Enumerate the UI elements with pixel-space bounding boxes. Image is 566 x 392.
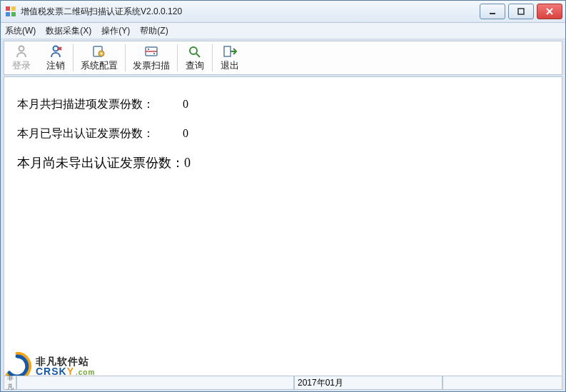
stat-pending-label: 本月尚未导出认证发票份数： [17, 156, 184, 170]
svg-rect-21 [224, 46, 231, 56]
app-window: 增值税发票二维码扫描认证系统V2.0.0.120 系统(W) 数据采集(X) 操… [0, 0, 566, 392]
svg-rect-5 [518, 9, 524, 14]
logout-button[interactable]: 注销 [39, 41, 73, 74]
svg-rect-2 [6, 12, 10, 16]
stat-pending: 本月尚未导出认证发票份数：0 [17, 156, 549, 171]
menubar: 系统(W) 数据采集(X) 操作(Y) 帮助(Z) [1, 23, 565, 39]
status-empty-2 [443, 376, 562, 390]
svg-rect-1 [11, 6, 16, 11]
login-button[interactable]: 登录 [4, 41, 39, 74]
svg-rect-17 [148, 49, 149, 50]
watermark-cn: 非凡软件站 [36, 356, 95, 366]
stat-pending-value: 0 [184, 156, 191, 170]
minimize-icon [488, 7, 497, 16]
titlebar: 增值税发票二维码扫描认证系统V2.0.0.120 [1, 1, 565, 23]
scan-button[interactable]: 发票扫描 [126, 41, 177, 74]
query-button[interactable]: 查询 [178, 41, 212, 74]
stat-scanned: 本月共扫描进项发票份数： 0 [17, 97, 549, 111]
watermark-en: CRSKY.com [36, 366, 95, 376]
maximize-icon [517, 7, 525, 16]
watermark-logo: 非凡软件站 CRSKY.com [4, 352, 95, 378]
login-label: 登录 [12, 60, 31, 71]
status-period: 2017年01月 [294, 376, 443, 390]
minimize-button[interactable] [480, 4, 505, 19]
scan-icon [144, 44, 158, 59]
config-label: 系统配置 [81, 60, 118, 71]
login-icon [14, 44, 29, 59]
window-title: 增值税发票二维码扫描认证系统V2.0.0.120 [21, 6, 182, 18]
svg-point-19 [190, 47, 197, 54]
search-icon [188, 44, 202, 59]
svg-point-9 [54, 46, 59, 51]
status-grip: 非凡 [4, 376, 16, 390]
toolbar: 登录 注销 系统配置 发票扫描 [4, 41, 562, 75]
svg-point-14 [101, 53, 103, 55]
stat-scanned-label: 本月共扫描进项发票份数： [17, 97, 183, 111]
exit-button[interactable]: 退出 [213, 41, 247, 74]
menu-system[interactable]: 系统(W) [5, 25, 36, 37]
query-label: 查询 [186, 60, 204, 71]
stat-exported-label: 本月已导出认证发票份数： [17, 126, 183, 140]
svg-point-8 [19, 46, 24, 51]
menu-operate[interactable]: 操作(Y) [101, 25, 130, 37]
stat-exported: 本月已导出认证发票份数： 0 [17, 126, 549, 140]
logout-label: 注销 [46, 60, 65, 71]
svg-line-20 [196, 54, 200, 57]
exit-label: 退出 [221, 60, 239, 71]
svg-rect-18 [153, 53, 155, 54]
window-controls [480, 4, 562, 19]
exit-icon [223, 44, 237, 59]
logout-icon [49, 44, 63, 59]
svg-rect-3 [11, 12, 16, 16]
menu-help[interactable]: 帮助(Z) [140, 25, 168, 37]
content-panel: 本月共扫描进项发票份数： 0 本月已导出认证发票份数： 0 本月尚未导出认证发票… [4, 76, 562, 378]
gear-icon [92, 44, 106, 59]
close-button[interactable] [537, 4, 562, 19]
stat-exported-value: 0 [183, 126, 197, 140]
menu-data-collect[interactable]: 数据采集(X) [46, 25, 91, 37]
app-icon [5, 6, 16, 17]
stat-scanned-value: 0 [183, 97, 197, 111]
maximize-button[interactable] [508, 4, 534, 19]
scan-label: 发票扫描 [133, 60, 170, 71]
close-icon [545, 7, 554, 16]
status-empty-1 [16, 376, 294, 390]
statusbar: 非凡 2017年01月 [4, 376, 562, 390]
config-button[interactable]: 系统配置 [74, 41, 125, 74]
svg-rect-0 [6, 6, 10, 11]
